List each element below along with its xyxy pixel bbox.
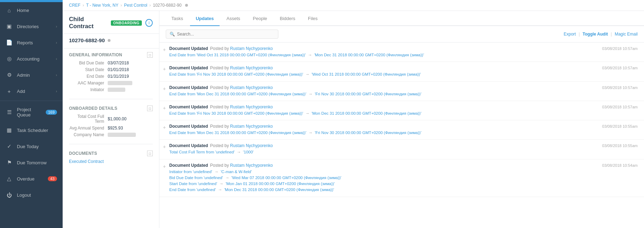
posted-by-link[interactable]: Rustam Nychyporenko [230, 46, 273, 51]
sidebar-item-label: Overdue [17, 176, 34, 182]
search-bar: 🔍 Export | Toggle Audit | Magic Email [159, 26, 644, 43]
sidebar-item-accounting[interactable]: ◎ Accounting › [0, 51, 63, 67]
update-header: Document Updated Posted by Rustam Nychyp… [169, 104, 638, 109]
tab-assets[interactable]: Assets [221, 11, 246, 25]
update-entry: + Document Updated Posted by Rustam Nych… [159, 120, 644, 140]
section-title: Documents [69, 151, 97, 156]
chevron-right-icon: › [56, 57, 57, 61]
sidebar-item-admin[interactable]: ⚙ Admin › [0, 67, 63, 83]
update-title: Document Updated Posted by Rustam Nychyp… [169, 46, 273, 51]
expand-icon[interactable]: + [163, 164, 166, 169]
project-queue-badge: 169 [46, 110, 57, 115]
posted-by-link[interactable]: Rustam Nychyporenko [230, 104, 273, 109]
sidebar-item-project-queue[interactable]: ☰ Project Queue 169 [0, 102, 63, 122]
field-initiator: Initiator [69, 87, 153, 92]
contract-id-row: 10270-6882-90 [63, 34, 159, 49]
section-edit-button[interactable]: □ [147, 106, 153, 111]
tab-people[interactable]: People [247, 11, 273, 25]
sidebar-item-reports[interactable]: 📄 Reports › [0, 34, 63, 51]
sidebar-item-add[interactable]: + Add › [0, 83, 63, 99]
field-label: Company Name [69, 132, 108, 137]
section-edit-button[interactable]: □ [147, 151, 153, 156]
tab-tasks[interactable]: Tasks [166, 11, 189, 25]
breadcrumb-cref[interactable]: CREF [69, 3, 81, 8]
sidebar-item-label: Home [17, 8, 29, 13]
sidebar-item-directories[interactable]: ▣ Directories › [0, 18, 63, 34]
toggle-audit-link[interactable]: Toggle Audit [583, 32, 608, 37]
sidebar-item-due-today[interactable]: ✓ Due Today [0, 138, 63, 154]
tab-updates[interactable]: Updates [190, 11, 219, 25]
chevron-right-icon: › [56, 41, 57, 45]
update-header: Document Updated Posted by Rustam Nychyp… [169, 46, 638, 51]
executed-contract-link[interactable]: Executed Contract [69, 159, 104, 164]
sidebar-item-logout[interactable]: ⏻ Logout [0, 187, 63, 203]
update-header: Document Updated Posted by Rustam Nychyp… [169, 163, 638, 168]
tab-bidders[interactable]: Bidders [274, 11, 301, 25]
updates-list: + Document Updated Posted by Rustam Nych… [159, 43, 644, 197]
onboarding-badge: ONBOARDING [111, 20, 142, 26]
update-header: Document Updated Posted by Rustam Nychyp… [169, 143, 638, 148]
update-entry: + Document Updated Posted by Rustam Nych… [159, 159, 644, 197]
update-title: Document Updated Posted by Rustam Nychyp… [169, 85, 273, 90]
field-avg-annual-spend: Avg Annual Spend $925.93 [69, 126, 153, 131]
main-content: CREF › T - New York, NY › Pest Control ›… [63, 0, 644, 228]
update-detail: End Date from 'Mon Dec 31 2018 00:00:00 … [169, 91, 638, 97]
tabs-bar: Tasks Updates Assets People Bidders File… [159, 11, 644, 26]
update-header: Document Updated Posted by Rustam Nychyp… [169, 85, 638, 90]
field-label: Start Date [69, 67, 108, 72]
posted-by-link[interactable]: Rustam Nychyporenko [230, 163, 273, 168]
update-type: Document Updated [169, 46, 208, 51]
update-detail: End Date from 'Fri Nov 30 2018 00:00:00 … [169, 110, 638, 116]
field-start-date: Start Date 01/01/2018 [69, 67, 153, 72]
sidebar-item-task-scheduler[interactable]: ▦ Task Scheduler [0, 122, 63, 138]
general-information-section: General Information □ Bid Due Date 03/07… [63, 49, 159, 96]
tab-files[interactable]: Files [302, 11, 323, 25]
posted-by-link[interactable]: Rustam Nychyporenko [230, 124, 273, 129]
sidebar-item-home[interactable]: ⌂ Home [0, 2, 63, 18]
expand-icon[interactable]: + [163, 86, 166, 91]
update-title: Document Updated Posted by Rustam Nychyp… [169, 65, 273, 70]
posted-by-link[interactable]: Rustam Nychyporenko [230, 85, 273, 90]
section-edit-button[interactable]: □ [147, 52, 153, 58]
sidebar-item-overdue[interactable]: △ Overdue 43 [0, 171, 63, 187]
update-entry: + Document Updated Posted by Rustam Nych… [159, 101, 644, 120]
update-entry: + Document Updated Posted by Rustam Nych… [159, 43, 644, 62]
breadcrumb-pest-control[interactable]: Pest Control [124, 3, 147, 8]
sidebar-item-label: Reports [17, 40, 33, 45]
breadcrumb: CREF › T - New York, NY › Pest Control ›… [63, 0, 644, 11]
breadcrumb-location[interactable]: T - New York, NY [86, 3, 119, 8]
info-icon[interactable]: i [145, 19, 153, 27]
update-title: Document Updated Posted by Rustam Nychyp… [169, 163, 273, 168]
update-title: Document Updated Posted by Rustam Nychyp… [169, 104, 273, 109]
sidebar-item-label: Admin [17, 72, 30, 78]
field-value: 01/01/2018 [108, 67, 129, 72]
contract-title: Child Contract [69, 16, 107, 30]
update-detail: End Date from 'Wed Oct 31 2018 00:00:00 … [169, 52, 638, 58]
left-panel: Child Contract ONBOARDING i 10270-6882-9… [63, 11, 159, 228]
magic-email-link[interactable]: Magic Email [615, 32, 638, 37]
field-label: Avg Annual Spend [69, 126, 108, 131]
home-icon: ⌂ [6, 7, 13, 14]
expand-icon[interactable]: + [163, 125, 166, 130]
expand-icon[interactable]: + [163, 47, 166, 52]
posted-by-link[interactable]: Rustam Nychyporenko [230, 65, 273, 70]
update-type: Document Updated [169, 143, 208, 148]
sidebar-item-due-tomorrow[interactable]: ⚑ Due Tomorrow [0, 154, 63, 171]
field-value-blurred [108, 88, 125, 92]
expand-icon[interactable]: + [163, 66, 166, 72]
export-link[interactable]: Export [564, 32, 576, 37]
expand-icon[interactable]: + [163, 144, 166, 150]
search-input[interactable] [177, 32, 274, 37]
sidebar-item-label: Due Today [17, 144, 39, 149]
update-posted: Posted by Rustam Nychyporenko [210, 85, 273, 90]
field-bid-due-date: Bid Due Date 03/07/2018 [69, 61, 153, 65]
field-value: $925.93 [108, 126, 123, 131]
due-tomorrow-icon: ⚑ [6, 159, 13, 166]
breadcrumb-sep-2: › [120, 3, 122, 8]
sidebar-item-label: Project Queue [17, 107, 46, 118]
contract-header: Child Contract ONBOARDING i [63, 11, 159, 34]
action-separator-2: | [611, 32, 612, 37]
posted-by-link[interactable]: Rustam Nychyporenko [230, 143, 273, 148]
expand-icon[interactable]: + [163, 105, 166, 111]
field-label: Total Cost Full Term [69, 114, 108, 124]
